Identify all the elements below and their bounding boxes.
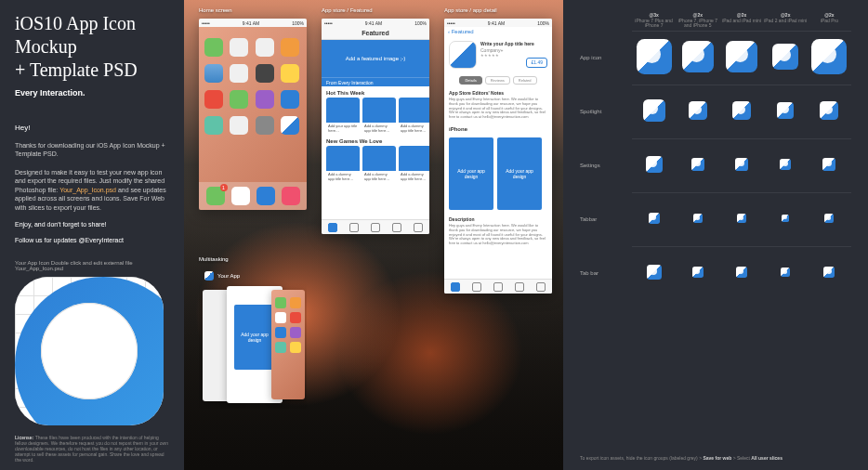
app-icon[interactable] <box>230 90 248 109</box>
asset-icon[interactable] <box>735 158 748 171</box>
app-card[interactable]: Add a dummy app title here… <box>362 146 396 183</box>
app-icon[interactable] <box>256 64 274 83</box>
tab-featured-icon[interactable] <box>328 223 337 232</box>
col-header: @2xiPhone 7, iPhone 7 and iPhone 5 <box>676 13 719 31</box>
tab-icon[interactable] <box>349 223 359 232</box>
app-icon[interactable] <box>230 38 248 57</box>
asset-icon[interactable] <box>736 267 747 278</box>
asset-icon[interactable] <box>646 156 663 173</box>
mockup-multitask[interactable]: Your App Add your app design <box>199 268 307 409</box>
app-detail-icon <box>449 41 477 69</box>
app-icon[interactable] <box>281 64 299 83</box>
asset-icon[interactable] <box>822 158 835 171</box>
price-button[interactable]: £1.49 <box>526 58 547 68</box>
cards-row: Add your app title here… Add a dummy app… <box>322 98 429 135</box>
asset-icon[interactable] <box>691 158 704 171</box>
license-text: License: These files have been produced … <box>15 435 169 463</box>
icon-circle <box>41 303 138 399</box>
app-icon[interactable] <box>256 116 274 135</box>
asset-icon[interactable] <box>824 214 834 223</box>
app-icon[interactable] <box>204 90 223 109</box>
tab-icon[interactable] <box>472 282 481 292</box>
asset-icon[interactable] <box>772 44 798 70</box>
asset-icon[interactable] <box>777 102 794 119</box>
app-card[interactable]: Add a dummy app title here… <box>399 146 429 183</box>
asset-icon[interactable] <box>737 214 746 223</box>
app-icon[interactable] <box>256 38 274 57</box>
seg-details[interactable]: Details <box>459 76 481 85</box>
section-hot: Hot This Week <box>322 86 429 98</box>
your-app-icon[interactable] <box>281 116 299 135</box>
seg-related[interactable]: Related <box>513 76 537 85</box>
label-multitask: Multitasking <box>199 256 229 262</box>
app-icon-preview[interactable] <box>15 277 164 425</box>
asset-icon[interactable] <box>732 101 751 120</box>
row-label: App icon <box>580 31 632 85</box>
asset-icon[interactable] <box>811 39 847 74</box>
tab-icon[interactable] <box>536 282 546 292</box>
app-icon[interactable] <box>230 116 248 135</box>
tab-icon[interactable] <box>371 223 380 232</box>
cards-row: Add a dummy app title here… Add a dummy … <box>322 146 429 183</box>
asset-icon[interactable] <box>782 215 789 222</box>
app-icon[interactable] <box>281 38 299 57</box>
app-card[interactable]: Add your app title here… <box>326 98 360 135</box>
asset-icon[interactable] <box>643 99 665 122</box>
app-card[interactable]: Add a dummy app title here… <box>399 98 429 135</box>
navbar-title: Featured <box>322 27 429 40</box>
tab-featured-icon[interactable] <box>451 282 460 292</box>
asset-icon[interactable] <box>726 41 757 72</box>
asset-icon[interactable] <box>781 268 790 277</box>
screenshot[interactable]: Add your app design <box>449 137 493 210</box>
dock-music-icon[interactable] <box>282 187 300 205</box>
tab-bar <box>444 279 552 294</box>
app-icon[interactable] <box>281 90 299 109</box>
app-icon[interactable] <box>230 64 248 83</box>
asset-icon[interactable] <box>820 101 838 120</box>
multitask-app-icon <box>204 271 214 281</box>
psd-link[interactable]: Your_App_Icon.psd <box>59 187 116 193</box>
dock-mail-icon[interactable] <box>231 187 250 205</box>
multitask-header: Your App <box>199 268 307 284</box>
multitask-card[interactable] <box>271 290 305 399</box>
editors-notes: App Store Editors' Notes Hey guys and Ev… <box>444 87 552 123</box>
dock-safari-icon[interactable] <box>256 187 275 205</box>
app-card[interactable]: Add a dummy app title here… <box>326 146 360 183</box>
asset-cell <box>632 192 676 246</box>
asset-icon[interactable] <box>689 101 707 120</box>
asset-icon[interactable] <box>682 41 714 72</box>
tab-icon[interactable] <box>493 282 503 292</box>
mockup-home-screen[interactable]: •••••9:41 AM100% 1 <box>199 19 307 210</box>
featured-hero[interactable]: Add a featured image ;-) <box>322 40 429 77</box>
twitter-link[interactable]: @EveryInteract <box>78 237 123 243</box>
asset-icon[interactable] <box>637 39 672 74</box>
app-icon[interactable] <box>256 90 274 109</box>
mockup-appstore-featured[interactable]: •••••9:41 AM100% Featured Add a featured… <box>322 19 429 234</box>
instructions-text: Designed to make it easy to test your ne… <box>15 168 169 212</box>
segment-control: Details Reviews Related <box>444 73 552 87</box>
asset-icon[interactable] <box>780 159 791 170</box>
info-panel: iOS10 App Icon Mockup + Template PSD Eve… <box>0 0 184 470</box>
asset-icon[interactable] <box>823 267 835 278</box>
mockup-appstore-detail[interactable]: •••••9:41 AM100% ‹ Featured Write your A… <box>444 19 552 294</box>
asset-cell <box>764 246 808 300</box>
app-icon[interactable] <box>204 64 223 83</box>
screenshot[interactable]: Add your app design <box>497 137 542 210</box>
tab-icon[interactable] <box>414 223 423 232</box>
psd-link-2[interactable]: Your_App_Icon.psd <box>15 266 63 271</box>
asset-icon[interactable] <box>693 214 703 223</box>
back-button[interactable]: ‹ Featured <box>444 27 552 36</box>
tab-icon[interactable] <box>392 223 401 232</box>
app-icon[interactable] <box>204 116 223 135</box>
col-header: @2xiPad and iPad mini <box>719 13 763 31</box>
tab-icon[interactable] <box>515 282 524 292</box>
app-card[interactable]: Add a dummy app title here… <box>362 98 396 135</box>
asset-icon[interactable] <box>649 213 660 224</box>
seg-reviews[interactable]: Reviews <box>485 76 510 85</box>
title-line3: + Template PSD <box>15 59 169 81</box>
app-icon[interactable] <box>204 38 223 57</box>
asset-icon[interactable] <box>647 265 662 280</box>
asset-cell <box>719 31 763 85</box>
asset-cell <box>676 85 719 138</box>
asset-icon[interactable] <box>692 267 704 278</box>
